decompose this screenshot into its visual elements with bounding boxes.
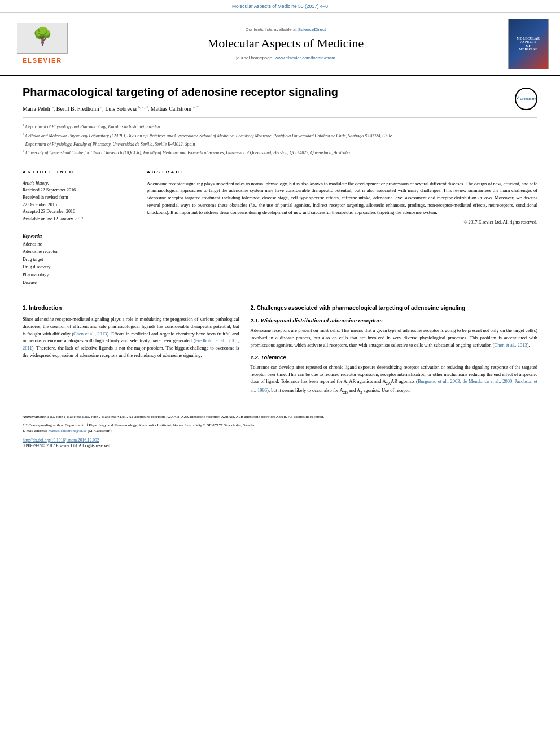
- email-note: E-mail address: mattias.carlstrom@ki.se …: [23, 428, 537, 434]
- issn-text: 0098-2997/© 2017 Elsevier Ltd. All right…: [23, 443, 537, 449]
- subsection21-text: Adenosine receptors are present on most …: [251, 327, 537, 348]
- article-content: ✓ CrossMark Pharmacological targeting of…: [0, 76, 560, 299]
- homepage-label: journal homepage:: [236, 55, 273, 60]
- journal-header: ELSEVIER Contents lists available at Sci…: [0, 13, 560, 76]
- keyword-pharmacology: Pharmacology: [23, 271, 135, 279]
- journal-header-center: Contents lists available at ScienceDirec…: [73, 27, 498, 61]
- abbreviations-text: T1D, type 1 diabetes; T2D, type 2 diabet…: [47, 414, 324, 419]
- title-area: ✓ CrossMark Pharmacological targeting of…: [23, 85, 537, 99]
- affil-c-text: Department of Physiology, Faculty of Pha…: [25, 141, 195, 146]
- subsection22-heading: 2.2. Tolerance: [251, 353, 537, 361]
- sup-a: a: [23, 123, 24, 126]
- section1-paragraph: Since adenosine receptor-mediated signal…: [23, 316, 239, 359]
- affil-line-a: a Department of Physiology and Pharmacol…: [23, 123, 537, 130]
- ref-burgueno[interactable]: Burgueno et al., 2003; de Mendonca et al…: [251, 378, 537, 392]
- affil-line-b: b Cellular and Molecular Physiology Labo…: [23, 132, 537, 139]
- corresponding-note: * * Corresponding author. Department of …: [23, 422, 537, 429]
- journal-cover-image: MOLECULARASPECTSOFMEDICINE: [508, 19, 549, 69]
- received-date: Received 22 September 2016: [23, 187, 135, 194]
- main-body: 1. Introduction Since adenosine receptor…: [0, 304, 560, 395]
- available-date: Available online 12 January 2017: [23, 216, 135, 223]
- corresponding-text: Department of Physiology and Pharmacolog…: [65, 423, 256, 427]
- subsection22-paragraph: Tolerance can develop after repeated or …: [251, 364, 537, 393]
- article-info-column: ARTICLE INFO Article history: Received 2…: [23, 169, 135, 286]
- revised-date: 22 December 2016: [23, 202, 135, 209]
- email-person: (M. Carlström).: [88, 429, 112, 433]
- accepted-date: Accepted 23 December 2016: [23, 208, 135, 216]
- sup-b: b: [23, 132, 24, 136]
- journal-citation: Molecular Aspects of Medicine 55 (2017) …: [232, 3, 328, 9]
- sub-2b: 2B: [343, 390, 348, 394]
- elsevier-tree-image: [17, 23, 68, 54]
- sub-2a: 2A: [386, 381, 391, 386]
- affil-astar: a, *: [193, 105, 199, 110]
- ref-fredholm-2001[interactable]: Fredholm et al., 2001, 2011: [23, 338, 239, 351]
- affil-bcd: b, c, d: [138, 105, 148, 110]
- article-title: Pharmacological targeting of adenosine r…: [23, 85, 537, 99]
- ref-chen-2013-left[interactable]: Chen et al., 2013: [73, 331, 107, 337]
- subsection21-heading: 2.1. Widespread distribution of adenosin…: [251, 317, 537, 324]
- doi-link[interactable]: http://dx.doi.org/10.1016/j.mam.2016.12.…: [23, 438, 537, 444]
- abbreviations-note: Abbreviations: T1D, type 1 diabetes; T2D…: [23, 414, 537, 420]
- crossmark-label: CrossMark: [520, 97, 536, 101]
- footnote-area: Abbreviations: T1D, type 1 diabetes; T2D…: [0, 404, 560, 455]
- article-info-label: ARTICLE INFO: [23, 169, 135, 175]
- section1-text: Since adenosine receptor-mediated signal…: [23, 316, 239, 358]
- ref-chen-2013-right[interactable]: Chen et al., 2013: [495, 342, 527, 348]
- abbreviations-label: Abbreviations:: [23, 414, 46, 419]
- abstract-column: ABSTRACT Adenosine receptor signaling pl…: [147, 169, 537, 286]
- keyword-disease: Disease: [23, 279, 135, 287]
- elsevier-logo: ELSEVIER: [11, 23, 73, 65]
- cover-title: MOLECULARASPECTSOFMEDICINE: [517, 37, 540, 51]
- affil-d-text: University of Queensland Centre for Clin…: [25, 150, 350, 155]
- crossmark-icon: ✓: [516, 96, 520, 101]
- doi-anchor[interactable]: http://dx.doi.org/10.1016/j.mam.2016.12.…: [23, 438, 99, 443]
- subsection21-paragraph: Adenosine receptors are present on most …: [251, 327, 537, 348]
- info-abstract-section: ARTICLE INFO Article history: Received 2…: [23, 163, 537, 286]
- history-label: Article history:: [23, 180, 135, 187]
- section1-heading: 1. Introduction: [23, 304, 239, 312]
- affiliations-section: a Department of Physiology and Pharmacol…: [23, 117, 537, 156]
- journal-title: Molecular Aspects of Medicine: [85, 35, 487, 53]
- revised-label: Received in revised form: [23, 194, 135, 202]
- footnote-divider: [23, 410, 90, 410]
- email-link[interactable]: mattias.carlstrom@ki.se: [49, 429, 87, 433]
- corresponding-label: * Corresponding author.: [25, 423, 64, 427]
- science-direct-link[interactable]: ScienceDirect: [298, 27, 326, 32]
- section2-heading: 2. Challenges associated with pharmacolo…: [251, 304, 537, 312]
- keyword-receptor: Adenosine receptor: [23, 248, 135, 256]
- contents-label: Contents lists available at: [246, 27, 297, 32]
- homepage-link[interactable]: www.elsevier.com/locate/mam: [275, 55, 335, 60]
- in-vivo-italic: in vivo: [478, 195, 492, 200]
- sup-d: d: [23, 149, 24, 152]
- copyright-line: © 2017 Elsevier Ltd. All rights reserved…: [147, 219, 537, 225]
- affil-a: a: [52, 105, 54, 110]
- elsevier-logo-area: ELSEVIER: [11, 23, 73, 65]
- top-bar: Molecular Aspects of Medicine 55 (2017) …: [0, 0, 560, 13]
- affil-a-text: Department of Physiology and Pharmacolog…: [25, 124, 160, 129]
- page-container: Molecular Aspects of Medicine 55 (2017) …: [0, 0, 560, 747]
- authors-line: Maria Peleli a, Bertil B. Fredholm a, Lu…: [23, 105, 537, 113]
- abstract-text: Adenosine receptor signaling plays impor…: [147, 180, 537, 216]
- sup-c: c: [23, 141, 24, 144]
- left-column: 1. Introduction Since adenosine receptor…: [23, 304, 239, 395]
- keyword-drug-discovery: Drug discovery: [23, 263, 135, 271]
- keywords-title: Keywords:: [23, 233, 135, 241]
- abstract-label: ABSTRACT: [147, 169, 537, 175]
- article-dates: Article history: Received 22 September 2…: [23, 180, 135, 228]
- journal-cover-area: MOLECULARASPECTSOFMEDICINE: [498, 19, 549, 69]
- elsevier-brand-text: ELSEVIER: [23, 56, 62, 65]
- crossmark-badge: ✓ CrossMark: [515, 88, 537, 110]
- affil-line-d: d University of Queensland Centre for Cl…: [23, 148, 537, 156]
- keyword-adenosine: Adenosine: [23, 241, 135, 248]
- science-direct-line: Contents lists available at ScienceDirec…: [85, 27, 487, 33]
- email-label: E-mail address:: [23, 429, 47, 433]
- affil-line-c: c Department of Physiology, Faculty of P…: [23, 140, 537, 147]
- subsection22-text: Tolerance can develop after repeated or …: [251, 364, 537, 395]
- sub-1: 1: [347, 381, 349, 386]
- keywords-section: Keywords: Adenosine Adenosine receptor D…: [23, 233, 135, 286]
- affil-b-text: Cellular and Molecular Physiology Labora…: [25, 133, 392, 138]
- journal-homepage: journal homepage: www.elsevier.com/locat…: [85, 55, 487, 61]
- keyword-drug-target: Drug target: [23, 256, 135, 264]
- ie-italic: i.e.: [251, 202, 256, 208]
